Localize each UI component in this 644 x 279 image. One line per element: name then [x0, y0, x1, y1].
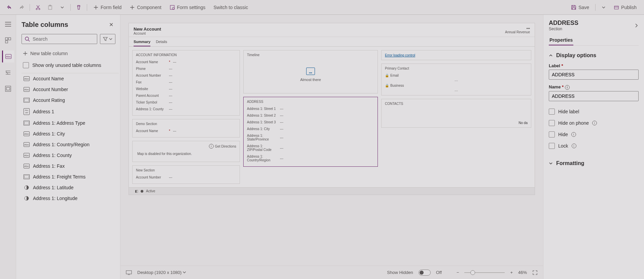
section-new[interactable]: New Section Account Number---	[132, 165, 240, 184]
show-hidden-toggle[interactable]	[419, 270, 431, 276]
column-item[interactable]: Address 1: Latitude	[22, 182, 119, 193]
form-field[interactable]: Account Number---	[136, 174, 236, 181]
close-columns-panel[interactable]: ✕	[108, 20, 115, 29]
section-address[interactable]: ADDRESS Address 1: Street 1---Address 1:…	[243, 97, 378, 167]
columns-search-box[interactable]	[22, 34, 97, 44]
expand-props-button[interactable]	[634, 23, 639, 28]
switch-classic-button[interactable]: Switch to classic	[210, 3, 251, 12]
section-error-control[interactable]: Error loading control	[381, 50, 531, 60]
viewport-selector[interactable]: Desktop (1920 x 1080)	[137, 270, 186, 275]
column-item[interactable]: Address 1: Longitude	[22, 193, 119, 204]
section-timeline[interactable]: Timeline Almost there	[243, 50, 378, 93]
column-item-label: Address 1: Fax	[33, 163, 65, 169]
column-item[interactable]: AbcAddress 1: City	[22, 128, 119, 139]
table-columns-panel: Table columns ✕ New table column Show on…	[16, 15, 120, 279]
section-contacts[interactable]: CONTACTS No da	[381, 99, 531, 128]
form-field[interactable]: Website---	[136, 86, 236, 92]
column-type-icon: Abc	[24, 164, 30, 168]
delete-button[interactable]	[73, 3, 84, 12]
form-canvas: New Account Account ••• Annual Revenue S…	[120, 15, 543, 279]
header-annual-revenue: Annual Revenue	[505, 30, 530, 34]
hide-checkbox[interactable]	[549, 131, 555, 137]
rail-tree-button[interactable]	[2, 67, 14, 79]
add-component-button[interactable]: Component	[126, 3, 165, 12]
form-field[interactable]: Address 1: Country/Region---	[247, 153, 374, 164]
timeline-icon	[306, 68, 315, 75]
columns-search-input[interactable]	[33, 36, 94, 42]
section-account-information[interactable]: ACCOUNT INFORMATION Account Name*---Phon…	[132, 50, 240, 116]
fit-to-screen-button[interactable]	[532, 270, 538, 275]
columns-filter-button[interactable]	[100, 34, 115, 44]
hide-label-checkbox[interactable]	[549, 109, 555, 115]
show-hidden-label: Show Hidden	[387, 270, 413, 275]
form-field[interactable]: Fax---	[136, 79, 236, 86]
column-item[interactable]: AbcAddress 1: Country/Region	[22, 139, 119, 150]
form-field[interactable]: Account Name*---	[136, 128, 236, 134]
column-item-label: Account Rating	[33, 97, 65, 103]
paste-button[interactable]	[45, 3, 56, 12]
zoom-out-button[interactable]: −	[457, 270, 459, 275]
display-options-accordion[interactable]: Display options	[549, 51, 639, 60]
error-loading-link[interactable]: Error loading control	[385, 53, 415, 57]
form-field[interactable]: Address 1: City---	[247, 126, 374, 132]
paste-dropdown[interactable]	[57, 3, 68, 12]
name-field-label: Name * i	[549, 84, 639, 90]
column-type-icon	[24, 121, 30, 125]
rail-menu-button[interactable]	[2, 18, 14, 30]
cut-button[interactable]	[33, 3, 43, 12]
form-field[interactable]: Address 1: Street 1---	[247, 106, 374, 112]
name-input[interactable]	[549, 91, 639, 101]
form-field[interactable]: Address 1: ZIP/Postal Code---	[247, 143, 374, 153]
section-primary-contact[interactable]: Primary Contact 🔒Email --- 🔒Business ---	[381, 64, 531, 95]
columns-list[interactable]: AbcAccount NameAbcAccount NumberAccount …	[22, 73, 119, 279]
properties-tab[interactable]: Properties	[549, 35, 573, 45]
svg-rect-15	[24, 175, 29, 178]
rail-components-button[interactable]	[2, 34, 14, 46]
undo-button[interactable]	[4, 3, 15, 12]
section-demo[interactable]: Demo Section Account Name*---	[132, 119, 240, 137]
column-type-icon: Abc	[24, 131, 30, 136]
hide-phone-checkbox[interactable]	[549, 120, 555, 126]
column-item[interactable]: AbcAddress 1: County	[22, 150, 119, 161]
form-field[interactable]: Account Number---	[136, 72, 236, 79]
column-item[interactable]: Abc defAddress 1	[22, 106, 119, 118]
section-map[interactable]: iGet Directions Map is disabled for this…	[132, 141, 240, 162]
column-item[interactable]: Account Rating	[22, 95, 119, 106]
form-field[interactable]: Account Name*---	[136, 59, 236, 66]
form-field[interactable]: Phone---	[136, 66, 236, 72]
form-field[interactable]: Address 1: County---	[136, 106, 236, 113]
form-field[interactable]: Address 1: State/Province---	[247, 132, 374, 143]
zoom-slider[interactable]	[464, 272, 505, 273]
form-field[interactable]: Address 1: Street 2---	[247, 112, 374, 119]
new-table-column-button[interactable]: New table column	[22, 47, 119, 59]
rail-columns-button[interactable]: Abc	[2, 50, 14, 63]
form-field[interactable]: Ticker Symbol---	[136, 99, 236, 106]
column-item[interactable]: AbcAddress 1: Fax	[22, 161, 119, 171]
lock-checkbox[interactable]	[549, 143, 555, 149]
column-item-label: Address 1: City	[33, 131, 65, 136]
column-type-icon	[24, 185, 30, 190]
show-unused-checkbox[interactable]	[23, 62, 29, 68]
desktop-icon	[126, 270, 132, 275]
form-settings-button[interactable]: Form settings	[166, 3, 209, 12]
formatting-accordion[interactable]: Formatting	[549, 159, 639, 168]
add-form-field-button[interactable]: Form field	[90, 3, 125, 12]
column-item[interactable]: Address 1: Address Type	[22, 118, 119, 128]
column-item[interactable]: AbcAccount Number	[22, 84, 119, 95]
column-item[interactable]: Address 1: Freight Terms	[22, 171, 119, 182]
form-field[interactable]: Address 1: Street 3---	[247, 119, 374, 126]
save-dropdown[interactable]	[598, 3, 609, 12]
zoom-in-button[interactable]: +	[510, 270, 513, 275]
redo-button[interactable]	[16, 3, 27, 12]
svg-rect-11	[6, 87, 10, 90]
publish-button[interactable]: Publish	[610, 3, 640, 12]
svg-rect-7	[5, 38, 8, 40]
rail-layout-button[interactable]	[2, 83, 14, 95]
form-tab[interactable]: Summary	[134, 40, 150, 46]
form-tab[interactable]: Details	[156, 40, 167, 46]
label-input[interactable]	[549, 70, 639, 80]
info-icon: i	[565, 85, 570, 90]
column-item[interactable]: AbcAccount Name	[22, 73, 119, 84]
form-field[interactable]: Parent Account---	[136, 92, 236, 99]
save-button[interactable]: Save	[568, 3, 593, 12]
